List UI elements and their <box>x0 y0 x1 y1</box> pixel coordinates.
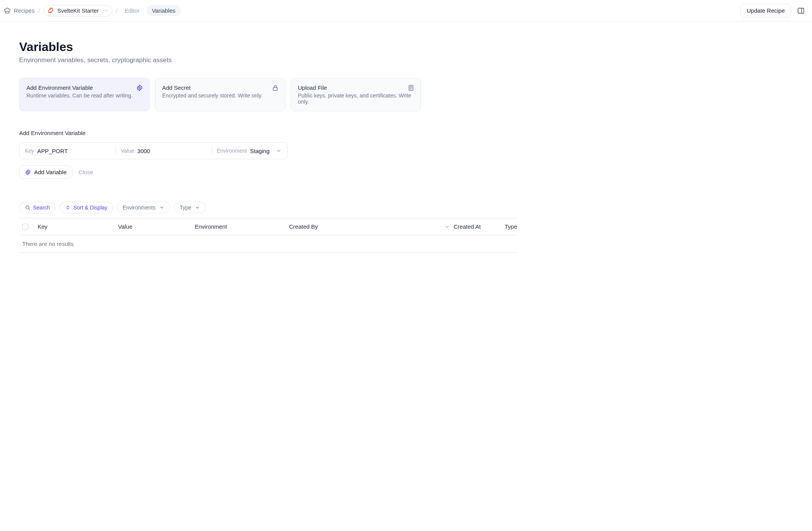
form-title: Add Environment Variable <box>19 130 502 136</box>
svg-point-0 <box>103 10 104 11</box>
svg-line-13 <box>29 209 30 210</box>
lock-icon <box>272 84 279 91</box>
table-empty-state: There are no results <box>19 235 518 252</box>
environments-label: Environments <box>123 204 156 211</box>
table-filters: Search Sort & Display Environments Type <box>19 202 502 213</box>
settings-gear-icon <box>136 84 143 91</box>
form-actions: Add Variable Close <box>19 165 502 179</box>
search-label: Search <box>33 204 50 211</box>
svg-point-5 <box>139 87 141 89</box>
add-type-cards: Add Environment Variable Runtime variabl… <box>19 78 502 111</box>
card-desc: Public keys, private keys, and certifica… <box>298 92 414 105</box>
environments-filter-chip[interactable]: Environments <box>117 202 170 213</box>
sort-label: Sort & Display <box>73 204 107 211</box>
key-label: Key <box>25 148 34 154</box>
chevron-down-icon <box>159 205 164 210</box>
env-label: Environment <box>217 148 247 154</box>
card-title: Upload File <box>298 84 414 91</box>
svg-point-12 <box>26 206 29 209</box>
col-type[interactable]: Type <box>490 223 517 230</box>
panel-right-icon <box>797 7 805 15</box>
select-all-header[interactable] <box>22 224 38 230</box>
add-variable-label: Add Variable <box>34 169 67 175</box>
close-button[interactable]: Close <box>79 169 93 175</box>
top-bar: Recipes / SvelteKit Starter / Editor Var… <box>0 0 812 21</box>
value-input[interactable] <box>137 148 206 154</box>
card-add-env-var[interactable]: Add Environment Variable Runtime variabl… <box>19 78 150 111</box>
checkbox-icon <box>22 224 28 230</box>
page: Variables Environment variables, secrets… <box>0 21 521 268</box>
tab-editor[interactable]: Editor <box>122 6 143 15</box>
add-variable-button[interactable]: Add Variable <box>19 165 72 179</box>
recipe-chip[interactable]: SvelteKit Starter <box>44 5 112 16</box>
col-created-by[interactable]: Created By <box>289 223 444 230</box>
panel-toggle-button[interactable] <box>795 5 807 16</box>
col-value[interactable]: Value <box>118 223 195 230</box>
col-created-at[interactable]: Created At <box>444 223 490 230</box>
file-icon <box>408 84 414 91</box>
breadcrumb-root-label: Recipes <box>14 7 35 14</box>
env-value: Staging <box>250 148 270 154</box>
recipe-name: SvelteKit Starter <box>57 7 99 14</box>
card-desc: Runtime variables. Can be read after wri… <box>26 92 142 99</box>
svelte-logo-icon <box>47 7 54 14</box>
search-chip[interactable]: Search <box>19 202 56 213</box>
key-input[interactable] <box>37 148 110 154</box>
value-field[interactable]: Value <box>115 143 211 159</box>
col-environment[interactable]: Environment <box>195 223 289 230</box>
chevron-down-icon <box>195 205 200 210</box>
update-recipe-button[interactable]: Update Recipe <box>740 4 791 17</box>
value-label: Value <box>121 148 134 154</box>
svg-rect-6 <box>273 87 278 91</box>
svg-point-11 <box>27 172 29 173</box>
svg-rect-3 <box>798 8 804 13</box>
chevron-down-icon <box>444 224 450 229</box>
type-label: Type <box>180 204 191 211</box>
page-title: Variables <box>19 40 502 54</box>
search-icon <box>25 205 30 210</box>
card-title: Add Secret <box>162 84 278 91</box>
card-upload-file[interactable]: Upload File Public keys, private keys, a… <box>291 78 421 111</box>
card-add-secret[interactable]: Add Secret Encrypted and securely stored… <box>155 78 285 111</box>
card-desc: Encrypted and securely stored. Write onl… <box>162 92 278 99</box>
chef-hat-icon <box>4 7 11 14</box>
chevron-down-icon <box>276 148 282 154</box>
variables-table: Key Value Environment Created By Created… <box>19 218 518 253</box>
svg-point-1 <box>105 10 105 11</box>
sort-display-chip[interactable]: Sort & Display <box>59 202 113 213</box>
card-title: Add Environment Variable <box>26 84 142 91</box>
tab-variables[interactable]: Variables <box>146 5 181 16</box>
breadcrumb-separator: / <box>38 7 40 14</box>
sort-icon <box>65 205 71 210</box>
environment-select[interactable]: Environment Staging <box>212 143 287 159</box>
type-filter-chip[interactable]: Type <box>174 202 206 213</box>
env-var-form-row: Key Value Environment Staging <box>19 142 288 159</box>
settings-gear-icon <box>25 169 31 175</box>
ellipsis-icon[interactable] <box>102 8 108 14</box>
key-field[interactable]: Key <box>20 143 115 159</box>
breadcrumb-recipes[interactable]: Recipes <box>4 7 35 14</box>
breadcrumb: Recipes / SvelteKit Starter / Editor Var… <box>4 5 736 16</box>
svg-point-2 <box>106 10 107 11</box>
page-subtitle: Environment variables, secrets, cryptogr… <box>19 56 502 64</box>
breadcrumb-separator: / <box>116 7 118 14</box>
table-header: Key Value Environment Created By Created… <box>19 218 518 235</box>
col-key[interactable]: Key <box>38 223 118 230</box>
